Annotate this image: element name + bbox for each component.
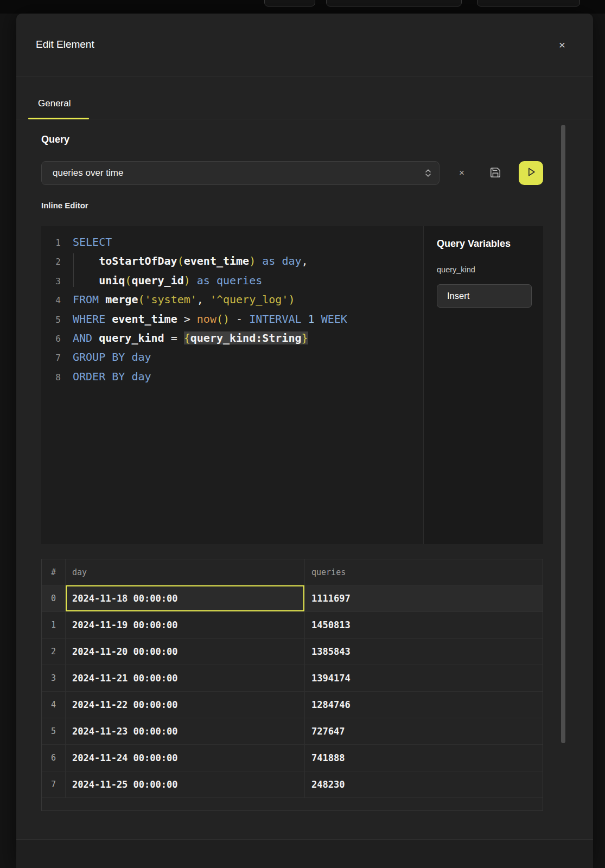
table-cell[interactable]: 1394174 <box>305 665 543 691</box>
table-row[interactable]: 62024-11-24 00:00:00741888 <box>42 745 543 771</box>
table-cell[interactable]: 2024-11-25 00:00:00 <box>66 771 305 797</box>
code-token: now <box>197 312 216 326</box>
row-index-cell[interactable]: 1 <box>42 612 66 638</box>
table-cell[interactable]: 1450813 <box>305 612 543 638</box>
code-token: () <box>216 312 230 326</box>
code-line[interactable]: 2 toStartOfDay(event_time) as day, <box>41 252 423 271</box>
table-cell[interactable]: 727647 <box>305 718 543 744</box>
code-token: day <box>131 370 151 383</box>
background-toolbar-button <box>477 0 580 7</box>
row-index-cell[interactable]: 4 <box>42 692 66 718</box>
code-token <box>230 312 236 326</box>
table-row[interactable]: 72024-11-25 00:00:00248230 <box>42 771 543 798</box>
code-token: ( <box>138 293 144 306</box>
code-token: queries <box>216 274 262 287</box>
query-select-value: queries over time <box>53 162 123 184</box>
query-variables-heading: Query Variables <box>437 238 511 250</box>
run-query-button[interactable] <box>519 161 543 185</box>
row-index-cell[interactable]: 2 <box>42 639 66 665</box>
table-cell[interactable]: 248230 <box>305 771 543 797</box>
chevron-up-down-icon <box>425 168 431 180</box>
table-row[interactable]: 52024-11-23 00:00:00727647 <box>42 718 543 745</box>
code-line[interactable]: 6AND query_kind = {query_kind:String} <box>41 329 423 348</box>
code-line[interactable]: 1SELECT <box>41 233 423 252</box>
code-token: as <box>197 274 210 287</box>
column-header: day <box>66 559 305 585</box>
code-token <box>315 312 321 326</box>
code-token <box>105 370 112 383</box>
code-token <box>177 312 184 326</box>
code-token: event_time <box>112 312 177 326</box>
table-cell[interactable]: 2024-11-18 00:00:00 <box>66 585 305 611</box>
tab-general[interactable]: General <box>38 98 71 109</box>
background-topbar <box>0 0 605 14</box>
table-footer-strip <box>42 798 543 810</box>
code-token: BY <box>112 370 125 383</box>
close-icon[interactable]: × <box>555 37 570 53</box>
edit-element-modal: Edit Element × General Query queries ove… <box>16 14 593 868</box>
query-variables-panel: Query Variables query_kind Insert <box>423 226 543 544</box>
code-token: = <box>171 331 177 344</box>
table-cell[interactable]: 2024-11-20 00:00:00 <box>66 639 305 665</box>
insert-variable-button[interactable]: Insert <box>437 284 532 308</box>
code-token: ( <box>177 254 184 267</box>
code-token: { <box>184 331 190 344</box>
row-index-cell[interactable]: 6 <box>42 745 66 771</box>
table-cell[interactable]: 2024-11-23 00:00:00 <box>66 718 305 744</box>
table-row[interactable]: 42024-11-22 00:00:001284746 <box>42 692 543 718</box>
line-number: 3 <box>41 272 61 291</box>
line-number: 1 <box>41 233 61 252</box>
row-index-cell[interactable]: 7 <box>42 771 66 797</box>
code-token: ) <box>249 254 256 267</box>
code-token: 'system' <box>144 293 196 306</box>
code-line[interactable]: 4FROM merge('system', '^query_log') <box>41 290 423 309</box>
code-token: query_kind:String <box>190 331 302 344</box>
table-cell[interactable]: 2024-11-21 00:00:00 <box>66 665 305 691</box>
scrollbar-thumb[interactable] <box>561 125 565 743</box>
code-token <box>190 312 197 326</box>
results-table-body: 02024-11-18 00:00:00111169712024-11-19 0… <box>42 585 543 798</box>
table-cell[interactable]: 1385843 <box>305 639 543 665</box>
code-area[interactable]: 1SELECT2 toStartOfDay(event_time) as day… <box>41 226 423 544</box>
table-row[interactable]: 22024-11-20 00:00:001385843 <box>42 639 543 665</box>
line-number: 8 <box>41 368 61 387</box>
row-index-cell[interactable]: 0 <box>42 585 66 611</box>
code-token: GROUP <box>73 350 105 363</box>
code-token <box>73 254 99 267</box>
row-index-cell[interactable]: 3 <box>42 665 66 691</box>
table-cell[interactable]: 1111697 <box>305 585 543 611</box>
query-section-heading: Query <box>41 134 69 145</box>
code-token: day <box>282 254 301 267</box>
code-line[interactable]: 7GROUP BY day <box>41 348 423 367</box>
sql-editor: 1SELECT2 toStartOfDay(event_time) as day… <box>41 226 543 544</box>
code-token: event_time <box>184 254 249 267</box>
table-row[interactable]: 32024-11-21 00:00:001394174 <box>42 665 543 692</box>
table-row[interactable]: 12024-11-19 00:00:001450813 <box>42 612 543 639</box>
modal-footer <box>16 840 593 868</box>
play-icon <box>526 167 537 180</box>
code-line[interactable]: 5WHERE event_time > now() - INTERVAL 1 W… <box>41 310 423 329</box>
clear-query-button[interactable]: × <box>455 166 469 180</box>
code-token: FROM <box>73 293 99 306</box>
column-header: queries <box>305 559 543 585</box>
results-table: #dayqueries 02024-11-18 00:00:0011116971… <box>41 559 543 811</box>
save-query-button[interactable] <box>488 166 503 181</box>
table-cell[interactable]: 2024-11-19 00:00:00 <box>66 612 305 638</box>
query-select[interactable]: queries over time <box>41 161 440 185</box>
save-icon <box>489 167 501 181</box>
code-line[interactable]: 8ORDER BY day <box>41 367 423 386</box>
table-cell[interactable]: 741888 <box>305 745 543 771</box>
code-token: uniq <box>99 274 125 287</box>
table-cell[interactable]: 1284746 <box>305 692 543 718</box>
code-line[interactable]: 3 uniq(query_id) as queries <box>41 271 423 290</box>
code-token: } <box>301 331 308 344</box>
line-number: 7 <box>41 348 61 367</box>
code-token: day <box>131 350 151 363</box>
table-row[interactable]: 02024-11-18 00:00:001111697 <box>42 585 543 612</box>
table-cell[interactable]: 2024-11-22 00:00:00 <box>66 692 305 718</box>
table-cell[interactable]: 2024-11-24 00:00:00 <box>66 745 305 771</box>
code-token: query_id <box>131 274 183 287</box>
code-token <box>177 331 184 344</box>
variable-name: query_kind <box>437 265 475 274</box>
row-index-cell[interactable]: 5 <box>42 718 66 744</box>
